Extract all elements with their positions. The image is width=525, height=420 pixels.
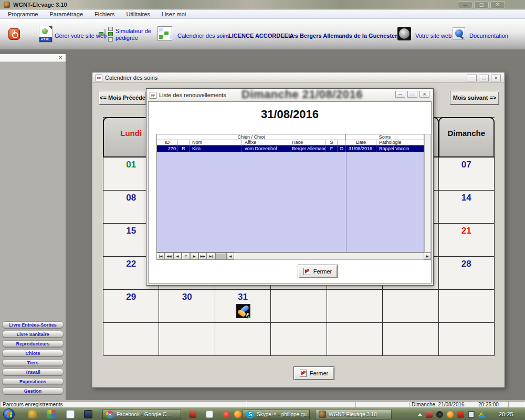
previous-month-button[interactable]: <= Mois Précéde [99, 91, 146, 105]
calendar-day-cell[interactable] [383, 323, 438, 356]
pinned-icon-colored[interactable] [47, 410, 56, 418]
scroll-left-icon[interactable] [227, 253, 234, 260]
manage-website-icon[interactable]: HTML [39, 26, 52, 43]
sidebar-button-gestion[interactable]: Gestion [2, 387, 64, 394]
nav-forward-button[interactable]: ▶ [190, 253, 198, 260]
calendar-day-cell[interactable]: 29 [103, 290, 159, 323]
sidebar-header [0, 54, 66, 62]
close-button[interactable]: × [419, 91, 429, 98]
licence-prefix: LICENCE ACCORDEE A [228, 33, 293, 39]
globe-icon[interactable] [397, 27, 411, 40]
maximize-button[interactable]: □ [407, 91, 417, 98]
vertical-scrollbar[interactable] [424, 134, 431, 253]
documentation-label[interactable]: Documentation [469, 33, 508, 39]
dialog-close-button[interactable]: Fermer [298, 265, 338, 278]
taskbar-task-skype[interactable]: Skype™ - philippe.gu... [243, 409, 310, 419]
power-button[interactable] [8, 28, 20, 40]
documentation-icon[interactable] [453, 27, 465, 40]
calendar-close-button[interactable]: Fermer [293, 366, 334, 380]
minimize-button[interactable] [458, 1, 472, 8]
tray-icon-pinwheel[interactable] [436, 411, 443, 418]
calendar-day-cell[interactable] [383, 290, 438, 323]
sidebar-button-tiers[interactable]: Tiers [2, 359, 64, 366]
calendar-day-cell[interactable] [439, 323, 495, 356]
calendar-day-cell[interactable]: 28 [439, 257, 495, 290]
care-calendar-icon[interactable] [158, 26, 172, 41]
menu-lisez-moi[interactable]: Lisez moi [156, 9, 192, 19]
sidebar-button-travail[interactable]: Travail [2, 369, 64, 375]
close-button[interactable] [490, 1, 505, 8]
system-tray [418, 408, 485, 420]
tray-icon-orange[interactable] [447, 411, 454, 418]
nav-search-button[interactable]: ? [182, 253, 190, 260]
scrollbar-thumb[interactable] [215, 253, 227, 260]
calendar-day-cell[interactable] [103, 323, 159, 356]
pedigree-simulator-icon[interactable] [99, 27, 113, 41]
menu-programme[interactable]: Programme [2, 9, 44, 19]
taskbar-icon-red[interactable] [189, 411, 196, 418]
nav-first-button[interactable]: |◀ [156, 253, 165, 260]
nav-back-button[interactable]: ◀ [173, 253, 182, 260]
next-month-button[interactable]: Mois suivant => [450, 91, 499, 105]
calendar-window-titlebar[interactable]: Calendrier des soins — □ × [93, 73, 504, 83]
nav-last-button[interactable]: ▶| [207, 253, 215, 260]
calendar-day-cell[interactable] [327, 323, 383, 356]
tray-icon-red[interactable] [426, 411, 433, 418]
medication-icon[interactable] [236, 304, 250, 318]
nav-fast-back-button[interactable]: ◀◀ [165, 253, 173, 260]
taskbar-icon-white[interactable] [206, 411, 213, 418]
calendar-day-cell[interactable] [271, 323, 327, 356]
sidebar-close-icon[interactable] [57, 55, 64, 61]
menu-parametrage[interactable]: Paramétrage [44, 9, 89, 19]
maximize-button[interactable]: □ [479, 75, 489, 81]
firefox-icon[interactable] [234, 411, 242, 418]
taskbar-clock[interactable]: 20:25 [499, 408, 513, 420]
tray-icon-speaker[interactable] [457, 411, 464, 418]
menu-utilitaires[interactable]: Utilitaires [121, 9, 156, 19]
calendar-day-cell[interactable]: 14 [439, 191, 495, 224]
calendar-day-cell[interactable] [439, 290, 495, 323]
taskbar-icon-red-circle[interactable] [223, 411, 230, 418]
table-row-selected[interactable]: 270 R Kira vom Doreenhof Berger Allemand… [156, 145, 424, 152]
pinned-icon-gold[interactable] [28, 410, 37, 418]
minimize-button[interactable]: — [467, 75, 477, 81]
menu-fichiers[interactable]: Fichiers [89, 9, 121, 19]
calendar-day-cell[interactable]: 30 [159, 290, 215, 323]
sidebar-button-livre-sanitaire[interactable]: Livre Sanitaire [2, 331, 64, 338]
pedigree-simulator-label-line1[interactable]: Simulateur de [116, 28, 151, 34]
calendar-day-cell[interactable]: 21 [439, 224, 495, 257]
taskbar-task-chrome[interactable]: Facebook - Google C... [102, 409, 181, 419]
dialog-titlebar[interactable]: Liste des renouvellements — □ × [147, 89, 433, 101]
calendar-day-cell-31[interactable]: 31 [215, 290, 271, 323]
column-nom: Nom [190, 140, 242, 145]
tray-icon-display[interactable] [468, 411, 475, 418]
pinned-icon-document[interactable] [66, 410, 75, 418]
tray-expand-icon[interactable] [418, 413, 422, 416]
scroll-right-icon[interactable] [424, 253, 431, 260]
sidebar-button-livre-entrees-sorties[interactable]: Livre Entrées-Sorties [2, 321, 64, 328]
calendar-day-cell[interactable] [327, 290, 383, 323]
app-titlebar[interactable]: WGNT-Elevage 3.10 [0, 0, 525, 9]
close-button[interactable]: × [491, 75, 501, 81]
start-button[interactable] [3, 408, 15, 420]
calendar-day-cell[interactable]: 07 [439, 158, 495, 191]
tray-icon-drive[interactable] [478, 411, 485, 418]
maximize-button[interactable] [474, 1, 489, 8]
calendar-day-cell[interactable] [215, 323, 271, 356]
sidebar-button-expositions[interactable]: Expositions [2, 378, 64, 385]
your-website-label[interactable]: Votre site web [415, 33, 452, 39]
sidebar-button-chiots[interactable]: Chiots [2, 350, 64, 356]
pinned-icon-laptop[interactable] [84, 410, 92, 418]
calendar-day-cell[interactable] [271, 290, 327, 323]
scrollbar-track[interactable] [234, 253, 424, 260]
calendar-day-cell[interactable] [159, 323, 215, 356]
pedigree-simulator-label-line2[interactable]: pédigrée [116, 35, 138, 41]
statusbar: Parcours enregistrements Dimanche, 21/08… [0, 400, 525, 407]
taskbar-task-wgnt[interactable]: WGNT-Elevage 3.10 [315, 409, 392, 419]
table-empty-area[interactable] [156, 152, 424, 253]
nav-fast-forward-button[interactable]: ▶▶ [198, 253, 207, 260]
sidebar-button-reproducteurs[interactable]: Reproducteurs [2, 340, 64, 347]
maximize-icon [479, 2, 484, 7]
minimize-button[interactable]: — [395, 91, 405, 98]
care-calendar-label[interactable]: Calendrier des soins [177, 33, 230, 39]
